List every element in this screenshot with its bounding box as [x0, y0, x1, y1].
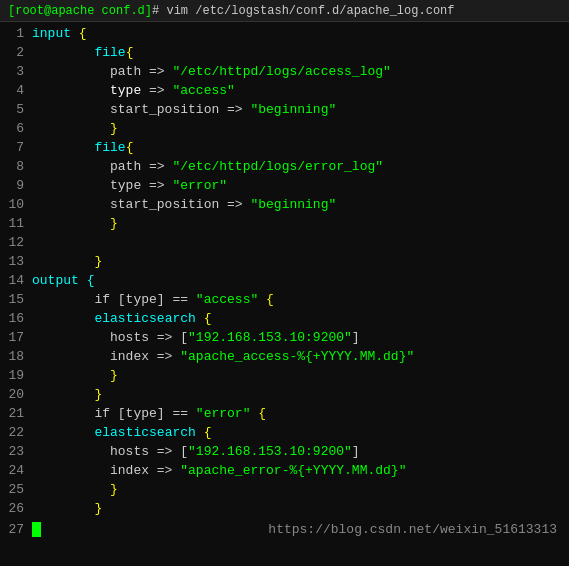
line-2: 2 file{ — [0, 45, 569, 64]
line-23: 23 hosts => ["192.168.153.10:9200"] — [0, 444, 569, 463]
line-7: 7 file{ — [0, 140, 569, 159]
line-num-14: 14 — [4, 273, 32, 288]
line-num-23: 23 — [4, 444, 32, 459]
line-num-5: 5 — [4, 102, 32, 117]
code-content: 1 input { 2 file{ 3 path => "/etc/httpd/… — [0, 22, 569, 566]
line-9: 9 type => "error" — [0, 178, 569, 197]
title-bar: [root@apache conf.d]# vim /etc/logstash/… — [0, 0, 569, 22]
line-num-21: 21 — [4, 406, 32, 421]
line-num-17: 17 — [4, 330, 32, 345]
line-16: 16 elasticsearch { — [0, 311, 569, 330]
line-num-2: 2 — [4, 45, 32, 60]
line-1: 1 input { — [0, 26, 569, 45]
line-num-12: 12 — [4, 235, 32, 250]
line-content-21: if [type] == "error" { — [32, 406, 266, 421]
line-19: 19 } — [0, 368, 569, 387]
line-content-18: index => "apache_access-%{+YYYY.MM.dd}" — [32, 349, 414, 364]
line-content-16: elasticsearch { — [32, 311, 211, 326]
line-num-19: 19 — [4, 368, 32, 383]
line-content-3: path => "/etc/httpd/logs/access_log" — [32, 64, 391, 79]
line-num-22: 22 — [4, 425, 32, 440]
line-22: 22 elasticsearch { — [0, 425, 569, 444]
line-content-8: path => "/etc/httpd/logs/error_log" — [32, 159, 383, 174]
line-content-17: hosts => ["192.168.153.10:9200"] — [32, 330, 360, 345]
line-num-13: 13 — [4, 254, 32, 269]
line-12: 12 — [0, 235, 569, 254]
line-content-11: } — [32, 216, 118, 231]
line-6: 6 } — [0, 121, 569, 140]
line-content-26: } — [32, 501, 102, 516]
line-num-16: 16 — [4, 311, 32, 326]
line-15: 15 if [type] == "access" { — [0, 292, 569, 311]
line-20: 20 } — [0, 387, 569, 406]
line-content-14: output { — [32, 273, 94, 288]
line-content-22: elasticsearch { — [32, 425, 211, 440]
line-content-20: } — [32, 387, 102, 402]
line-num-26: 26 — [4, 501, 32, 516]
line-content-2: file{ — [32, 45, 133, 60]
line-25: 25 } — [0, 482, 569, 501]
line-num-27: 27 — [4, 522, 32, 537]
line-content-24: index => "apache_error-%{+YYYY.MM.dd}" — [32, 463, 406, 478]
line-content-23: hosts => ["192.168.153.10:9200"] — [32, 444, 360, 459]
line-content-10: start_position => "beginning" — [32, 197, 336, 212]
line-num-4: 4 — [4, 83, 32, 98]
footer-line: 27 https://blog.csdn.net/weixin_51613313 — [0, 520, 569, 539]
line-3: 3 path => "/etc/httpd/logs/access_log" — [0, 64, 569, 83]
line-num-24: 24 — [4, 463, 32, 478]
line-24: 24 index => "apache_error-%{+YYYY.MM.dd}… — [0, 463, 569, 482]
line-18: 18 index => "apache_access-%{+YYYY.MM.dd… — [0, 349, 569, 368]
line-5: 5 start_position => "beginning" — [0, 102, 569, 121]
prompt-text: [root@apache conf.d] — [8, 4, 152, 18]
line-num-20: 20 — [4, 387, 32, 402]
line-num-8: 8 — [4, 159, 32, 174]
line-10: 10 start_position => "beginning" — [0, 197, 569, 216]
line-content-9: type => "error" — [32, 178, 227, 193]
line-content-19: } — [32, 368, 118, 383]
line-num-6: 6 — [4, 121, 32, 136]
line-num-7: 7 — [4, 140, 32, 155]
line-26: 26 } — [0, 501, 569, 520]
line-num-11: 11 — [4, 216, 32, 231]
line-14: 14 output { — [0, 273, 569, 292]
line-num-3: 3 — [4, 64, 32, 79]
line-17: 17 hosts => ["192.168.153.10:9200"] — [0, 330, 569, 349]
line-21: 21 if [type] == "error" { — [0, 406, 569, 425]
line-content-5: start_position => "beginning" — [32, 102, 336, 117]
line-8: 8 path => "/etc/httpd/logs/error_log" — [0, 159, 569, 178]
cursor — [32, 522, 41, 537]
line-content-4: type => "access" — [32, 83, 235, 98]
footer-url: https://blog.csdn.net/weixin_51613313 — [268, 522, 565, 537]
line-content-15: if [type] == "access" { — [32, 292, 274, 307]
code-area: 1 input { 2 file{ 3 path => "/etc/httpd/… — [0, 26, 569, 539]
line-4: 4 type => "access" — [0, 83, 569, 102]
line-num-10: 10 — [4, 197, 32, 212]
line-num-18: 18 — [4, 349, 32, 364]
terminal: [root@apache conf.d]# vim /etc/logstash/… — [0, 0, 569, 566]
line-num-25: 25 — [4, 482, 32, 497]
line-num-9: 9 — [4, 178, 32, 193]
line-11: 11 } — [0, 216, 569, 235]
line-13: 13 } — [0, 254, 569, 273]
line-num-15: 15 — [4, 292, 32, 307]
line-num-1: 1 — [4, 26, 32, 41]
line-content-6: } — [32, 121, 118, 136]
line-content-1: input { — [32, 26, 87, 41]
line-content-13: } — [32, 254, 102, 269]
line-content-7: file{ — [32, 140, 133, 155]
line-content-25: } — [32, 482, 118, 497]
command-text: # vim /etc/logstash/conf.d/apache_log.co… — [152, 4, 454, 18]
